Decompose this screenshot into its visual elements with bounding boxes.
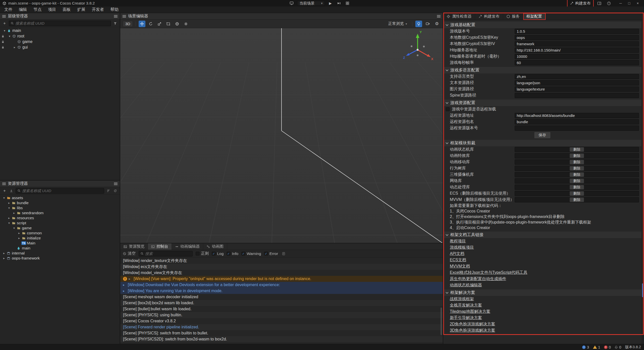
- solution-link[interactable]: 3D角色扮演游戏解决方案: [450, 328, 495, 333]
- help-icon[interactable]: ?: [606, 1, 612, 6]
- config-input[interactable]: [515, 60, 639, 65]
- asset-node[interactable]: ▸ internal: [0, 251, 120, 256]
- camera-button[interactable]: [424, 21, 431, 27]
- expand-arrow-icon[interactable]: ▸: [12, 211, 16, 215]
- console-search-input[interactable]: [145, 251, 191, 256]
- doc-link[interactable]: API文档: [450, 251, 464, 256]
- inspector-tab[interactable]: 服务: [503, 13, 523, 20]
- rect-tool-button[interactable]: [165, 21, 172, 27]
- delete-module-button[interactable]: 删除: [570, 172, 584, 177]
- asset-node[interactable]: ▸ initialize: [0, 236, 120, 241]
- remote-load-checkbox[interactable]: [446, 107, 450, 111]
- config-input[interactable]: [515, 29, 639, 34]
- doc-link[interactable]: Excel格式转Json文件与TypeScript代码工具: [450, 270, 528, 275]
- maximize-button[interactable]: □: [625, 1, 633, 6]
- section-header[interactable]: 框架文档工具链接: [443, 232, 641, 238]
- expand-arrow-icon[interactable]: ▸: [17, 231, 21, 235]
- config-input[interactable]: [515, 41, 639, 47]
- config-input[interactable]: [515, 48, 639, 53]
- expand-arrow-icon[interactable]: ▸: [2, 251, 6, 255]
- config-input[interactable]: [515, 125, 639, 131]
- preview-grid-icon[interactable]: [344, 1, 350, 6]
- close-button[interactable]: ×: [634, 1, 641, 6]
- axis-gizmo[interactable]: Y X Z: [400, 30, 435, 65]
- log-filter-checkbox[interactable]: ✓ Info: [227, 251, 238, 256]
- menu-item[interactable]: 扩展: [74, 7, 89, 13]
- config-input[interactable]: [515, 86, 639, 92]
- menu-item[interactable]: 节点: [30, 7, 45, 13]
- expand-arrow-icon[interactable]: ▾: [7, 206, 11, 210]
- delete-module-button[interactable]: 删除: [570, 197, 584, 202]
- expand-arrow-icon[interactable]: ▸: [7, 216, 11, 220]
- step-button[interactable]: [336, 1, 342, 6]
- panel-options-icon[interactable]: [437, 15, 440, 18]
- rotate-tool-button[interactable]: [147, 21, 154, 27]
- import-asset-icon[interactable]: [9, 188, 14, 194]
- log-row[interactable]: [Scene] [bullet]:bullet wasm lib loaded.: [120, 306, 443, 312]
- panel-options-icon[interactable]: [114, 183, 117, 185]
- asset-node[interactable]: ▸ common: [0, 231, 120, 236]
- minimize-button[interactable]: ─: [617, 1, 624, 6]
- menu-item[interactable]: 开发者: [89, 7, 107, 13]
- log-row[interactable]: [Scene] Forward render pipeline initiali…: [120, 324, 443, 330]
- delete-module-button[interactable]: 删除: [570, 147, 584, 152]
- menu-item[interactable]: 帮助: [107, 7, 122, 13]
- config-input[interactable]: [515, 80, 639, 85]
- scene-viewport[interactable]: Y X Z: [120, 28, 443, 243]
- console-tab[interactable]: 动画编辑器: [172, 243, 204, 250]
- doc-link[interactable]: MVVM文档: [450, 264, 470, 269]
- console-tab[interactable]: 控制台: [148, 243, 172, 250]
- asset-node[interactable]: ▾ game: [0, 226, 120, 231]
- expand-arrow-icon[interactable]: ▸: [13, 46, 17, 49]
- config-input[interactable]: [515, 35, 639, 40]
- play-button[interactable]: ▶: [327, 1, 333, 6]
- mode-3d-button[interactable]: 3D: [123, 21, 133, 27]
- expand-arrow-icon[interactable]: ▸: [7, 201, 11, 205]
- save-button[interactable]: 保存: [534, 132, 551, 139]
- scrollbar-thumb[interactable]: [642, 283, 644, 297]
- section-header[interactable]: 游戏多语言配置: [443, 67, 641, 73]
- menu-item[interactable]: 编辑: [16, 7, 30, 13]
- delete-module-button[interactable]: 删除: [570, 179, 584, 183]
- section-header[interactable]: 游戏基础配置: [443, 22, 641, 28]
- config-input[interactable]: [515, 119, 639, 124]
- console-tab[interactable]: 资源预览: [120, 243, 148, 250]
- section-header[interactable]: 框架模块剪裁: [443, 140, 641, 146]
- asset-node[interactable]: ▸ bundle: [0, 200, 120, 205]
- asset-node[interactable]: ▾ script: [0, 221, 120, 226]
- doc-link[interactable]: 游戏模板项目: [450, 245, 474, 250]
- section-header[interactable]: 游戏资源配置: [443, 100, 641, 106]
- hierarchy-node[interactable]: ▾ root: [0, 33, 120, 39]
- log-row[interactable]: [Scene] Cocos Creator v3.8.2: [120, 318, 443, 324]
- asset-node[interactable]: ▾ assets: [0, 195, 120, 200]
- config-input[interactable]: [515, 93, 639, 98]
- delete-module-button[interactable]: 删除: [570, 185, 584, 190]
- log-row[interactable]: [Scene] [PHYSICS]: switch from builtin t…: [120, 330, 443, 336]
- collapse-log-icon[interactable]: [281, 251, 286, 256]
- expand-arrow-icon[interactable]: ▸: [2, 256, 6, 260]
- section-header[interactable]: 框架解决方案: [443, 289, 641, 296]
- solution-link[interactable]: Tiledmap地图解决方案: [450, 309, 490, 314]
- expand-arrow-icon[interactable]: ▾: [7, 221, 11, 225]
- expand-arrow-icon[interactable]: ▾: [2, 196, 6, 200]
- hierarchy-node[interactable]: game: [0, 39, 120, 45]
- inspector-scrollbar[interactable]: [641, 20, 644, 344]
- info-counter[interactable]: i 3: [582, 345, 589, 349]
- menu-item[interactable]: 文件: [1, 7, 16, 13]
- console-search[interactable]: [139, 251, 193, 256]
- light-toggle-button[interactable]: [415, 21, 422, 27]
- menu-item[interactable]: 项目: [45, 7, 59, 13]
- asset-node[interactable]: ▾ libs: [0, 205, 120, 210]
- log-filter-checkbox[interactable]: ✓ Error: [264, 251, 278, 256]
- log-row[interactable]: ▸ [Window] Download the Vue Devtools ext…: [120, 282, 443, 288]
- notification-counter[interactable]: 0: [615, 345, 621, 349]
- refresh-icon[interactable]: [113, 188, 118, 194]
- inspector-tab[interactable]: 属性检查器: [443, 13, 475, 20]
- delete-module-button[interactable]: 删除: [570, 160, 584, 164]
- solution-link[interactable]: 全栈开发解决方案: [450, 303, 482, 308]
- asset-node[interactable]: ▸ seedrandom: [0, 210, 120, 215]
- log-row[interactable]: ! ▸ [Window] [Vue warn]: Property "onInp…: [120, 276, 443, 282]
- scene-dropdown[interactable]: 当前场景 ▾: [297, 1, 325, 6]
- hierarchy-node[interactable]: ▸ gui: [0, 45, 120, 50]
- console-scrollbar[interactable]: [440, 258, 442, 343]
